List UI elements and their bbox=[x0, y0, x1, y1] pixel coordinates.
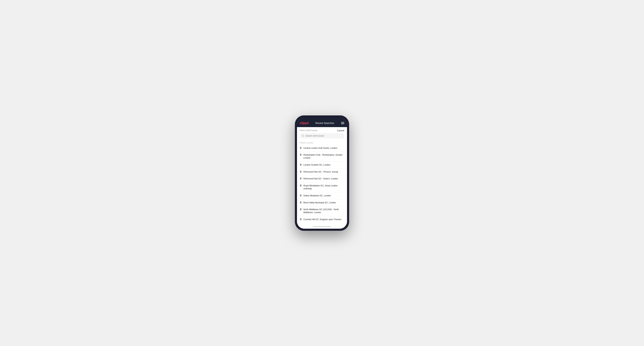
pin-icon bbox=[300, 208, 302, 211]
list-item[interactable]: Richmond Park GC - Prince's, Surrey bbox=[297, 169, 347, 175]
course-list: Central London Golf Centre, London Roeha… bbox=[297, 145, 347, 224]
home-indicator bbox=[297, 224, 347, 229]
pin-icon bbox=[300, 218, 302, 221]
list-item[interactable]: London Scottish GC, London bbox=[297, 162, 347, 169]
course-name: Richmond Park GC - Duke's, London bbox=[304, 177, 338, 180]
course-name: London Scottish GC, London bbox=[304, 164, 330, 167]
pin-icon bbox=[300, 201, 302, 204]
pin-icon bbox=[300, 171, 302, 173]
course-name: Central London Golf Centre, London bbox=[304, 147, 337, 150]
pin-icon bbox=[300, 154, 302, 156]
svg-line-1 bbox=[304, 136, 304, 137]
course-name: Roehampton Club - Roehampton, Greater Lo… bbox=[304, 154, 344, 160]
phone-screen: clippd Recent Searches Find a Golf Cours… bbox=[297, 118, 347, 229]
app-logo: clippd bbox=[300, 121, 308, 125]
search-box bbox=[300, 133, 344, 139]
course-name: Brent Valley Municipal GC, London bbox=[304, 201, 336, 204]
navbar: clippd Recent Searches bbox=[297, 120, 347, 127]
home-bar bbox=[313, 226, 331, 227]
status-bar bbox=[297, 118, 347, 120]
pin-icon bbox=[300, 147, 302, 149]
list-item[interactable]: Richmond Park GC - Duke's, London bbox=[297, 175, 347, 182]
list-item[interactable]: Coombe Hill GC, Kingston upon Thames bbox=[297, 216, 347, 223]
navbar-title: Recent Searches bbox=[315, 122, 334, 125]
course-name: Coombe Hill GC, Kingston upon Thames bbox=[304, 218, 342, 221]
find-label: Find a Golf Course bbox=[300, 129, 318, 132]
phone-frame: clippd Recent Searches Find a Golf Cours… bbox=[295, 115, 349, 231]
cancel-button[interactable]: Cancel bbox=[337, 129, 344, 132]
course-name: North Middlesex GC (1011942 - North Midd… bbox=[304, 208, 344, 214]
course-name: Richmond Park GC - Prince's, Surrey bbox=[304, 171, 338, 173]
course-name: Dukes Meadows GC, London bbox=[304, 194, 331, 197]
pin-icon bbox=[300, 194, 302, 197]
pin-icon bbox=[300, 184, 302, 187]
nearby-section-label: Nearby courses bbox=[297, 140, 347, 145]
list-item[interactable]: Roehampton Club - Roehampton, Greater Lo… bbox=[297, 152, 347, 162]
search-input[interactable] bbox=[306, 135, 342, 137]
course-name: Royal Wimbledon GC, Great London Authori… bbox=[304, 184, 344, 190]
search-icon bbox=[302, 135, 304, 137]
content-area: Find a Golf Course Cancel Nearby courses bbox=[297, 127, 347, 229]
find-header: Find a Golf Course Cancel bbox=[297, 127, 347, 133]
list-item[interactable]: North Middlesex GC (1011942 - North Midd… bbox=[297, 206, 347, 216]
pin-icon bbox=[300, 177, 302, 180]
menu-icon[interactable] bbox=[341, 122, 344, 124]
list-item[interactable]: Royal Wimbledon GC, Great London Authori… bbox=[297, 182, 347, 192]
search-container bbox=[297, 133, 347, 140]
list-item[interactable]: Brent Valley Municipal GC, London bbox=[297, 199, 347, 206]
list-item[interactable]: Dukes Meadows GC, London bbox=[297, 192, 347, 199]
list-item[interactable]: Central London Golf Centre, London bbox=[297, 145, 347, 152]
pin-icon bbox=[300, 164, 302, 166]
